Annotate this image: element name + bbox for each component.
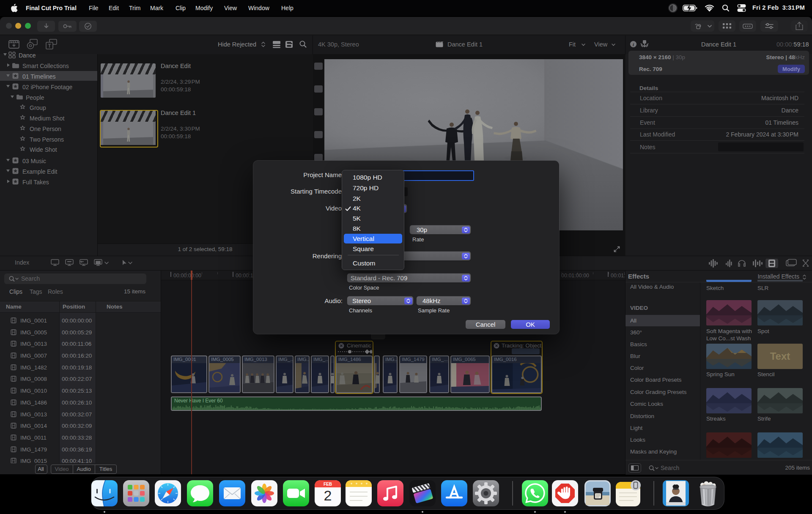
- svg-text:2: 2: [324, 487, 332, 503]
- svg-text:FEB: FEB: [324, 482, 332, 487]
